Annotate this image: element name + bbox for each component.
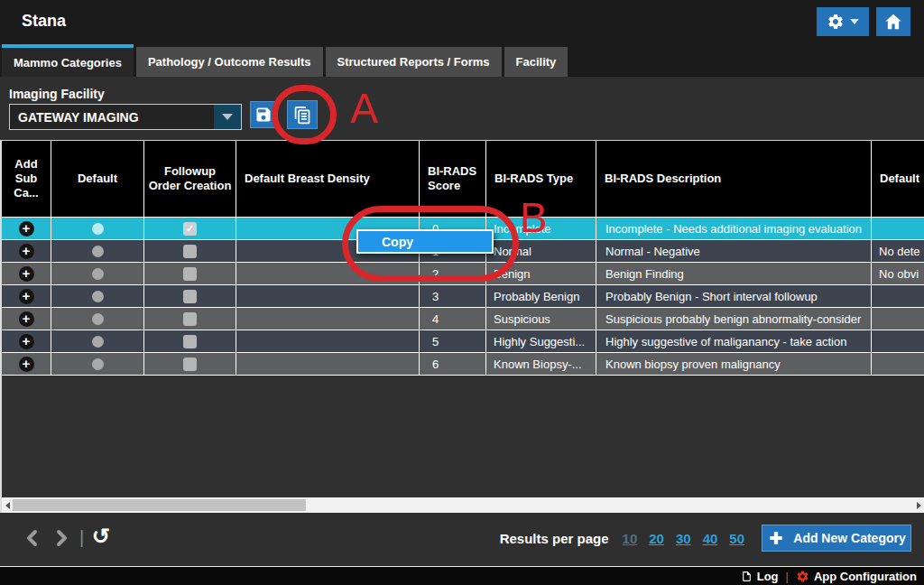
add-sub-category-icon[interactable]: +: [19, 334, 34, 349]
dropdown-arrow-zone[interactable]: [214, 105, 241, 129]
table-row[interactable]: +2BenignBenign FindingNo obvi: [2, 263, 924, 285]
cell-breast-density: [236, 285, 420, 307]
page-size-40[interactable]: 40: [703, 531, 718, 546]
app-configuration-button[interactable]: App Configuration: [796, 570, 917, 583]
cell-birads-description: Highly suggestive of maliganancy - take …: [596, 330, 872, 352]
save-button[interactable]: [250, 101, 277, 128]
cell-birads-type: Incomplete: [486, 218, 596, 239]
column-header-label: Followup Order Creation: [144, 164, 236, 194]
table-row[interactable]: +4SuspiciousSuspicious probably benign a…: [2, 308, 924, 330]
copy-button[interactable]: [287, 100, 318, 129]
cell-default: [51, 308, 144, 330]
page-size-20[interactable]: 20: [649, 531, 664, 546]
context-menu: Copy: [356, 229, 494, 254]
cell-add-sub: +: [2, 218, 51, 239]
home-button[interactable]: [876, 7, 910, 36]
birads-description-value: Benign Finding: [605, 267, 684, 281]
app-window: Stana Mammo CategoriesPathology / Outcom…: [0, 0, 924, 585]
column-header-label: BI-RADS Type: [494, 172, 596, 186]
birads-description-value: Known biopsy proven malignancy: [605, 358, 781, 371]
add-sub-category-icon[interactable]: +: [19, 244, 34, 259]
scroll-left-arrow[interactable]: [2, 497, 13, 513]
add-sub-category-icon[interactable]: +: [19, 221, 34, 237]
followup-checkbox[interactable]: [183, 335, 197, 348]
add-sub-category-icon[interactable]: +: [19, 266, 34, 282]
add-sub-category-icon[interactable]: +: [19, 357, 34, 372]
horizontal-scrollbar[interactable]: [2, 497, 924, 513]
default-radio[interactable]: [92, 336, 104, 348]
previous-page-button[interactable]: [22, 527, 43, 549]
table-row[interactable]: +3Probably BenignProbably Benign - Short…: [2, 285, 924, 308]
results-per-page-label: Results per page: [500, 531, 609, 546]
cell-breast-density: [236, 308, 420, 330]
tab-structured-reports-forms[interactable]: Structured Reports / Forms: [326, 47, 502, 77]
cell-birads-description: Known biopsy proven malignancy: [596, 353, 872, 375]
add-sub-category-icon[interactable]: +: [19, 311, 34, 327]
table-header-row: Add Sub Ca...DefaultFollowup Order Creat…: [2, 141, 924, 218]
birads-description-value: Normal - Negative: [605, 245, 700, 258]
cell-followup: [144, 330, 236, 352]
page-size-10[interactable]: 10: [623, 531, 638, 546]
column-header-label: Default Breast Density: [245, 172, 419, 186]
next-page-button[interactable]: [51, 527, 72, 549]
cell-add-sub: +: [2, 285, 51, 307]
scrollbar-thumb[interactable]: [13, 499, 306, 511]
log-button[interactable]: Log: [741, 570, 779, 583]
birads-type-value: Benign: [494, 267, 530, 281]
cell-add-sub: +: [2, 353, 51, 375]
imaging-facility-select[interactable]: GATEWAY IMAGING: [9, 104, 242, 130]
imaging-facility-label: Imaging Facility: [9, 87, 105, 101]
cell-birads-type: Normal: [486, 240, 596, 262]
followup-checkbox[interactable]: [183, 312, 197, 326]
context-menu-copy[interactable]: Copy: [358, 231, 492, 252]
cell-followup: [144, 263, 236, 284]
table-row[interactable]: +5Highly Suggesti...Highly suggestive of…: [2, 330, 924, 353]
chevron-down-icon: [222, 114, 233, 120]
cell-birads-type: Suspicious: [486, 308, 596, 330]
tab-mammo-categories[interactable]: Mammo Categories: [2, 44, 134, 77]
page-size-50[interactable]: 50: [729, 531, 744, 546]
birads-type-value: Suspicious: [494, 312, 550, 326]
tab-facility[interactable]: Facility: [504, 47, 568, 77]
column-header-label: BI-RADS Score: [428, 164, 485, 194]
cell-birads-type: Benign: [486, 263, 596, 284]
refresh-icon[interactable]: ↺: [92, 524, 110, 549]
tab-label: Structured Reports / Forms: [337, 55, 490, 69]
default-radio[interactable]: [92, 313, 104, 325]
home-icon: [883, 12, 903, 32]
tab-pathology-outcome-results[interactable]: Pathology / Outcome Results: [136, 47, 323, 77]
default-radio[interactable]: [92, 358, 104, 370]
triangle-left-icon: [5, 502, 10, 509]
add-new-category-button[interactable]: Add New Category: [762, 525, 911, 552]
followup-checkbox[interactable]: [183, 245, 197, 258]
copy-icon: [293, 106, 312, 125]
cell-followup: [144, 308, 236, 330]
imaging-facility-value: GATEWAY IMAGING: [10, 105, 214, 129]
column-header-label: BI-RADS Description: [605, 172, 871, 186]
followup-checkbox[interactable]: ✓: [183, 222, 197, 236]
cell-birads-description: Incomplete - Needs additional imaging ev…: [596, 218, 872, 239]
cell-followup: [144, 285, 236, 307]
cell-default: [51, 218, 144, 239]
default-radio[interactable]: [92, 268, 104, 280]
followup-checkbox[interactable]: [183, 358, 197, 371]
column-header-label: Add Sub Ca...: [2, 157, 51, 201]
page-size-30[interactable]: 30: [676, 531, 691, 546]
birads-type-value: Probably Benign: [494, 290, 579, 303]
cell-breast-density: [236, 263, 420, 284]
cell-birads-score: 6: [420, 353, 486, 375]
followup-checkbox[interactable]: [183, 267, 197, 281]
settings-menu-button[interactable]: [817, 7, 869, 36]
default-radio[interactable]: [92, 291, 104, 302]
column-header: Default: [872, 141, 924, 217]
default-extra-value: No obvi: [879, 267, 919, 281]
default-radio[interactable]: [92, 223, 104, 235]
birads-type-value: Incomplete: [494, 222, 551, 236]
birads-score-value: 5: [432, 335, 439, 348]
default-radio[interactable]: [92, 246, 104, 257]
scroll-right-arrow[interactable]: [913, 497, 924, 513]
add-sub-category-icon[interactable]: +: [19, 289, 34, 304]
followup-checkbox[interactable]: [183, 290, 197, 303]
table-row[interactable]: +6Known Biopsy-...Known biopsy proven ma…: [2, 353, 924, 376]
cell-default: [51, 263, 144, 284]
